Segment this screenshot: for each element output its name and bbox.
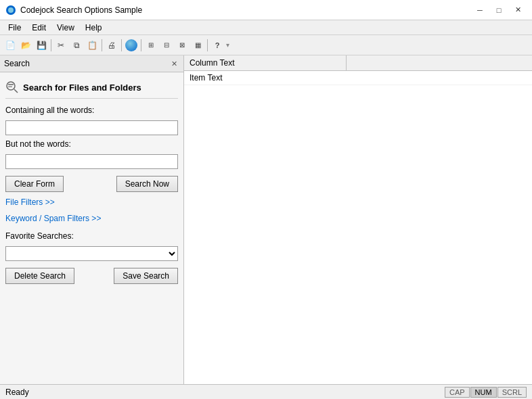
list-header: Column Text <box>184 55 532 71</box>
search-panel: Search ✕ Search for Files and Folders Co… <box>0 55 184 384</box>
title-bar-buttons: ─ □ ✕ <box>471 3 527 18</box>
keyword-filters-link[interactable]: Keyword / Spam Filters >> <box>5 212 178 225</box>
cut-button[interactable]: ✂ <box>53 38 68 53</box>
num-indicator: NUM <box>470 387 497 398</box>
option2-button[interactable]: ⊟ <box>159 38 174 53</box>
scrl-indicator: SCRL <box>497 387 527 398</box>
copy-button[interactable]: ⧉ <box>69 38 84 53</box>
search-body: Search for Files and Folders Containing … <box>0 72 183 289</box>
globe-button[interactable] <box>124 38 139 53</box>
menu-bar: File Edit View Help <box>0 20 532 35</box>
search-buttons-row: Clear Form Search Now <box>5 176 178 192</box>
file-filters-link[interactable]: File Filters >> <box>5 196 178 208</box>
new-button[interactable]: 📄 <box>3 38 18 53</box>
option1-button[interactable]: ⊞ <box>143 38 158 53</box>
print-button[interactable]: 🖨 <box>104 38 119 53</box>
toolbar-sep-5 <box>207 39 208 51</box>
containing-label: Containing all the words: <box>5 105 178 115</box>
menu-view[interactable]: View <box>51 22 80 34</box>
but-not-input[interactable] <box>5 154 178 169</box>
save-search-button[interactable]: Save Search <box>114 268 178 284</box>
list-item[interactable]: Item Text <box>184 71 532 85</box>
status-indicators: CAP NUM SCRL <box>445 387 527 398</box>
menu-edit[interactable]: Edit <box>26 22 51 34</box>
status-bar: Ready CAP NUM SCRL <box>0 384 532 399</box>
title-bar-text: Codejock Search Options Sample <box>20 5 471 15</box>
column-text-header[interactable]: Column Text <box>184 55 347 70</box>
svg-line-3 <box>14 89 18 93</box>
help-button[interactable]: ? <box>210 38 225 53</box>
paste-button[interactable]: 📋 <box>85 38 99 53</box>
search-now-button[interactable]: Search Now <box>116 176 178 192</box>
delete-save-row: Delete Search Save Search <box>5 268 178 284</box>
globe-icon <box>125 39 137 51</box>
minimize-button[interactable]: ─ <box>471 3 489 18</box>
favorite-searches-label: Favorite Searches: <box>5 231 178 241</box>
option4-button[interactable]: ▦ <box>190 38 205 53</box>
open-button[interactable]: 📂 <box>18 38 33 53</box>
title-bar: Codejock Search Options Sample ─ □ ✕ <box>0 0 532 20</box>
toolbar-sep-3 <box>121 39 122 51</box>
column-empty-header <box>347 55 523 70</box>
content-area: Column Text Item Text <box>184 55 532 384</box>
search-files-icon <box>5 80 19 94</box>
main-area: Search ✕ Search for Files and Folders Co… <box>0 55 532 384</box>
save-button[interactable]: 💾 <box>34 38 49 53</box>
list-body: Item Text <box>184 71 532 85</box>
app-icon <box>5 5 16 16</box>
toolbar-sep-2 <box>102 39 102 51</box>
list-view: Column Text Item Text <box>184 55 532 384</box>
svg-point-2 <box>7 82 15 90</box>
toolbar: 📄 📂 💾 ✂ ⧉ 📋 🖨 ⊞ ⊟ ⊠ ▦ ? ▾ <box>0 35 532 55</box>
maximize-button[interactable]: □ <box>490 3 508 18</box>
panel-close-button[interactable]: ✕ <box>169 58 179 69</box>
delete-search-button[interactable]: Delete Search <box>5 268 74 284</box>
search-heading: Search for Files and Folders <box>5 78 178 99</box>
favorite-searches-select[interactable] <box>5 246 178 261</box>
search-heading-text: Search for Files and Folders <box>23 83 141 93</box>
status-text: Ready <box>5 388 29 397</box>
menu-file[interactable]: File <box>3 22 26 34</box>
svg-rect-4 <box>8 84 14 85</box>
close-button[interactable]: ✕ <box>509 3 527 18</box>
menu-help[interactable]: Help <box>80 22 108 34</box>
containing-input[interactable] <box>5 120 178 135</box>
toolbar-sep-4 <box>141 39 141 51</box>
search-panel-header: Search ✕ <box>0 55 183 72</box>
svg-rect-5 <box>8 87 12 88</box>
search-panel-title: Search <box>4 59 30 68</box>
clear-form-button[interactable]: Clear Form <box>5 176 64 192</box>
cap-indicator: CAP <box>445 387 470 398</box>
but-not-label: But not the words: <box>5 139 178 149</box>
help-dropdown-arrow[interactable]: ▾ <box>225 41 230 49</box>
svg-point-1 <box>8 7 14 13</box>
option3-button[interactable]: ⊠ <box>175 38 190 53</box>
toolbar-sep-1 <box>51 39 51 51</box>
